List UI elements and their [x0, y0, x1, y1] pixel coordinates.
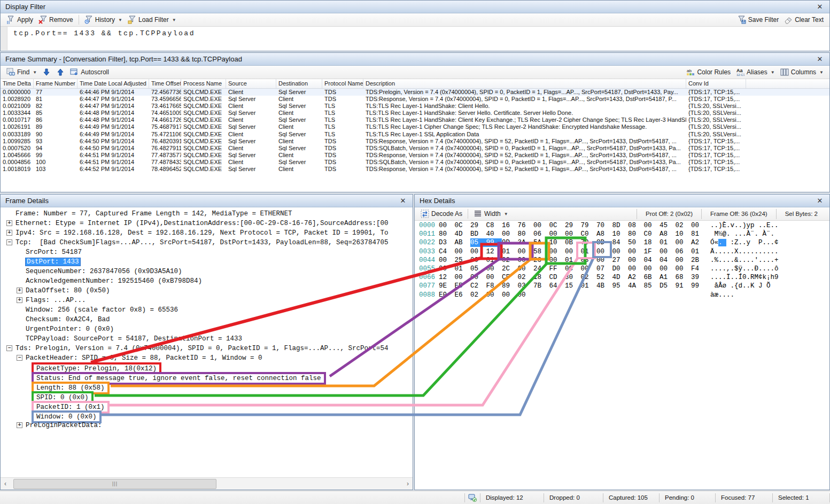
tree-item[interactable]: −Tcp: [Bad CheckSum]Flags=...AP..., SrcP… [1, 238, 412, 247]
filter-editor[interactable]: tcp.Port== 1433 && tcp.TCPPayload [1, 27, 829, 50]
width-button[interactable]: Width ▼ [471, 208, 511, 219]
frame-summary-row[interactable]: 0.00048561006:44:51 PM 9/1/201477.487843… [1, 159, 829, 166]
save-filter-button[interactable]: Save Filter [735, 14, 781, 25]
close-icon[interactable]: ✕ [815, 3, 825, 11]
frame-summary-row[interactable]: 1.0099285936:44:50 PM 9/1/201476.4820391… [1, 138, 829, 145]
tree-item[interactable]: AcknowledgementNumber: 192515460 (0xB798… [1, 276, 412, 286]
frame-summary-column-headers[interactable]: Time DeltaFrame NumberTime Date Local Ad… [1, 79, 829, 89]
frame-summary-row[interactable]: 1.0033344856:44:48 PM 9/1/201474.4651009… [1, 110, 829, 117]
find-button[interactable]: Find ▼ [4, 67, 40, 77]
hex-row[interactable]: 0088E0E602000000àæ.... [415, 291, 829, 299]
frame-summary-row[interactable]: 1.0045666996:44:51 PM 9/1/201477.4873577… [1, 152, 829, 159]
tree-item[interactable]: SrcPort: 54187 [1, 247, 412, 257]
filter-expression[interactable]: tcp.Port== 1433 && tcp.TCPPayload [13, 29, 195, 37]
tree-item[interactable]: Length: 88 (0x58) [1, 382, 412, 392]
frame-summary-row[interactable]: 0.0010717866:44:48 PM 9/1/201474.4661726… [1, 117, 829, 123]
expand-icon[interactable]: + [17, 297, 22, 303]
remove-button[interactable]: Remove [36, 14, 76, 25]
tree-item[interactable]: +Ipv4: Src = 192.168.16.128, Dest = 192.… [1, 228, 412, 238]
column-header[interactable]: Conv Id [686, 79, 746, 88]
expand-icon[interactable]: + [17, 422, 22, 428]
scroll-right-icon[interactable]: › [403, 478, 413, 490]
frame-summary-row[interactable]: 1.0026191896:44:49 PM 9/1/201475.4687917… [1, 123, 829, 130]
tree-item[interactable]: +Flags: ...AP... [1, 296, 412, 305]
apply-button[interactable]: Apply [4, 14, 36, 25]
cell: Client [276, 96, 322, 103]
chevron-down-icon: ▼ [118, 18, 122, 22]
hex-row[interactable]: 006612000000CF0218CD3002524DA26BA16839..… [415, 273, 829, 282]
tree-item[interactable]: Status: End of message true, ignore even… [1, 373, 412, 382]
frame-summary-row[interactable]: 0.0007520946:44:50 PM 9/1/201476.4827911… [1, 145, 829, 152]
tree-item[interactable]: UrgentPointer: 0 (0x0) [1, 324, 412, 334]
hex-row[interactable]: 0044002500010200260001030027000404002B.%… [415, 256, 829, 265]
hex-row[interactable]: 0011804DBD400080060000C0A81080C0A81081 M… [415, 230, 829, 238]
sel-bytes-value: Sel Bytes: 2 [776, 209, 826, 219]
tree-item[interactable]: Frame: Number = 77, Captured Frame Lengt… [1, 209, 412, 219]
scroll-left-icon[interactable]: ‹ [1, 478, 10, 490]
tree-item[interactable]: SequenceNumber: 2637847056 (0x9D3A5A10) [1, 267, 412, 276]
tree-item[interactable]: Checksum: 0xA2C4, Bad [1, 315, 412, 324]
column-header[interactable]: Time Date Local Adjusted [77, 79, 149, 88]
frame-details-hscrollbar[interactable]: ‹ ||| › [1, 477, 413, 490]
hex-row[interactable]: 00779EE5C2F889037B6415014B954A85D59199 å… [415, 282, 829, 290]
hex-row[interactable]: 0055000105002C0024FF0C0007D000000000F4..… [415, 265, 829, 273]
tree-item[interactable]: DstPort: 1433 [1, 257, 412, 267]
status-item: Pending: 0 [660, 493, 715, 502]
frame-summary-row[interactable]: 0.0000000776:44:46 PM 9/1/201472.4567736… [1, 89, 829, 96]
tree-item[interactable]: Window: 256 (scale factor 0x8) = 65536 [1, 305, 412, 315]
decode-as-button[interactable]: Decode As [418, 208, 465, 219]
load-filter-button[interactable]: Load Filter ▼ [125, 14, 179, 25]
autoscroll-button[interactable]: Autoscroll [67, 67, 112, 77]
frame-summary-row[interactable]: 1.00180191036:44:52 PM 9/1/201478.489645… [1, 166, 829, 173]
status-item: Dropped: 0 [544, 493, 603, 502]
hex-row[interactable]: 0033C40000120100580000010000001F000601Ä.… [415, 247, 829, 256]
tree-item[interactable]: TCPPayload: SourcePort = 54187, Destinat… [1, 334, 412, 344]
tree-item-label: SrcPort: 54187 [26, 249, 82, 256]
width-icon [474, 210, 482, 218]
column-header[interactable]: Frame Number [34, 79, 77, 88]
column-header[interactable]: Protocol Name [322, 79, 363, 88]
expand-icon[interactable]: + [6, 230, 12, 236]
tree-item[interactable]: +PreLoginPacketData: [1, 421, 412, 430]
tree-item[interactable]: Window: 0 (0x0) [1, 411, 412, 421]
collapse-icon[interactable]: − [17, 355, 22, 361]
color-rules-button[interactable]: ab Color Rules [684, 67, 733, 77]
cell: 6:44:49 PM 9/1/2014 [77, 131, 149, 138]
find-next-button[interactable] [40, 67, 53, 77]
aliases-button[interactable]: Aa12:C3 Aliases ▼ [733, 67, 778, 77]
frame-summary-row[interactable]: 0.0021009826:44:47 PM 9/1/201473.4617665… [1, 103, 829, 110]
frame-summary-rows: 0.0000000776:44:46 PM 9/1/201472.4567736… [1, 89, 829, 173]
scrollbar-thumb[interactable]: ||| [13, 479, 216, 489]
hex-row[interactable]: 0022D3AB05999D3A5A100B798D8450180100A2Ó«… [415, 238, 829, 247]
frame-summary-row[interactable]: 0.0033189906:44:49 PM 9/1/201475.4721106… [1, 131, 829, 138]
column-header[interactable]: Time Delta [1, 79, 34, 88]
expand-icon[interactable]: + [17, 288, 22, 293]
close-icon[interactable]: ✕ [815, 55, 825, 63]
column-header[interactable]: Description [363, 79, 686, 88]
tree-item[interactable]: −Tds: Prelogin, Version = 7.4 (0x7400000… [1, 344, 412, 353]
clear-text-button[interactable]: Clear Text [781, 14, 826, 25]
frame-summary-row[interactable]: 1.0028920816:44:47 PM 9/1/201473.4596656… [1, 96, 829, 103]
tree-item[interactable]: −PacketHeader: SPID = 0, Size = 88, Pack… [1, 353, 412, 363]
tree-item[interactable]: +Ethernet: Etype = Internet IP (IPv4),De… [1, 219, 412, 228]
column-header[interactable]: Destination [276, 79, 322, 88]
tree-item[interactable]: PacketID: 1 (0x1) [1, 401, 412, 411]
column-header[interactable]: Source [226, 79, 276, 88]
history-button[interactable]: History ▼ [82, 14, 125, 25]
close-icon[interactable]: ✕ [815, 197, 825, 205]
hex-rows[interactable]: 0000000C29C81676000C2979708D0800450200..… [415, 221, 829, 489]
hex-ascii: M½@. ...À¨. À¨. [710, 230, 779, 238]
column-header[interactable]: Time Offset [149, 79, 181, 88]
column-header[interactable]: Process Name [181, 79, 226, 88]
tree-item[interactable]: +DataOffset: 80 (0x50) [1, 286, 412, 296]
close-icon[interactable]: ✕ [398, 197, 408, 205]
collapse-icon[interactable]: − [6, 239, 12, 245]
scrollbar-track[interactable]: ||| [10, 478, 403, 490]
collapse-icon[interactable]: − [6, 345, 12, 351]
hex-row[interactable]: 0000000C29C81676000C2979708D0800450200..… [415, 221, 829, 230]
tree-item[interactable]: PacketType: Prelogin, 18(0x12) [1, 363, 412, 373]
tree-item[interactable]: SPID: 0 (0x0) [1, 392, 412, 401]
expand-icon[interactable]: + [6, 220, 12, 226]
columns-button[interactable]: Columns ▼ [778, 67, 826, 77]
find-previous-button[interactable] [53, 67, 67, 77]
